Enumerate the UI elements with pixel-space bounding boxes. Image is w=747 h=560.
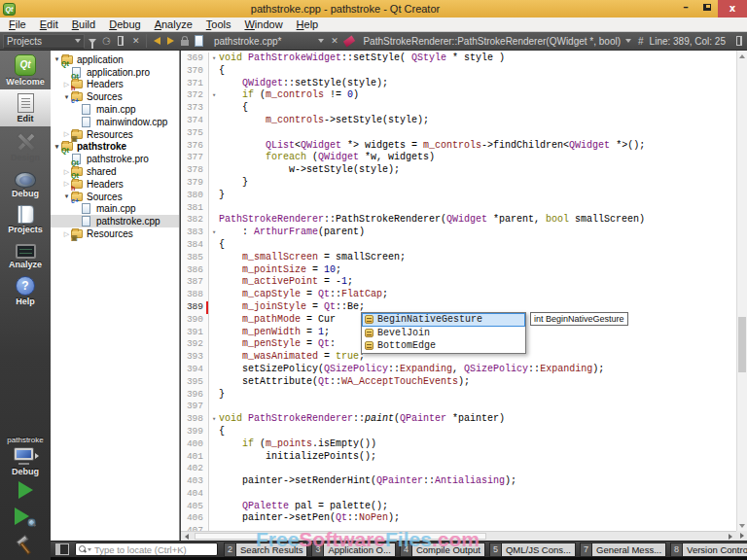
code-line-406[interactable]: 406 painter->setPen(Qt::NoPen); — [181, 512, 736, 525]
line-number[interactable]: 378 — [181, 164, 206, 177]
tree-expander-icon[interactable]: ▾ — [53, 55, 61, 63]
tree-expander-icon[interactable]: ▾ — [53, 143, 61, 151]
code-area[interactable]: 369▾void PathStrokeWidget::setStyle( QSt… — [181, 51, 736, 531]
menu-debug[interactable]: Debug — [102, 18, 147, 31]
code-line-369[interactable]: 369▾void PathStrokeWidget::setStyle( QSt… — [181, 52, 736, 65]
code-line-405[interactable]: 405 QPalette pal = palette(); — [181, 501, 736, 513]
line-number[interactable]: 397 — [181, 401, 206, 413]
tree-item-pathstroke-cpp[interactable]: pathstroke.cpp — [51, 215, 179, 228]
code-line-381[interactable]: 381 — [181, 202, 736, 215]
line-number[interactable]: 406 — [181, 512, 206, 525]
line-number[interactable]: 404 — [181, 488, 206, 501]
scroll-down-button[interactable] — [737, 520, 747, 531]
line-number[interactable]: 376 — [181, 140, 206, 153]
line-number[interactable]: 391 — [181, 327, 206, 339]
line-number[interactable]: 405 — [181, 501, 206, 513]
code-line-379[interactable]: 379 } — [181, 177, 736, 190]
mode-analyze[interactable]: Analyze — [0, 237, 51, 272]
completion-item-bottomedge[interactable]: BottomEdge — [362, 339, 525, 353]
line-number[interactable]: 403 — [181, 475, 206, 488]
line-number[interactable]: 390 — [181, 314, 206, 327]
line-number[interactable]: 398 — [181, 413, 206, 426]
code-line-403[interactable]: 403 painter->setRenderHint(QPainter::Ant… — [181, 475, 736, 488]
mode-projects[interactable]: Projects — [0, 201, 51, 237]
code-line-386[interactable]: 386 m_pointSize = 10; — [181, 264, 736, 277]
output-pane-search-results[interactable]: 2Search Results — [224, 542, 307, 557]
code-line-404[interactable]: 404 — [181, 488, 736, 501]
line-number[interactable]: 370 — [181, 65, 206, 78]
line-number[interactable]: 387 — [181, 276, 206, 289]
code-line-399[interactable]: 399{ — [181, 426, 736, 438]
tree-item-main-cpp[interactable]: main.cpp — [51, 103, 179, 116]
code-line-372[interactable]: 372▾ if (m_controls != 0) — [181, 89, 736, 102]
line-number[interactable]: 375 — [181, 127, 206, 140]
completion-item-beginnativegesture[interactable]: BeginNativeGesture — [362, 313, 525, 327]
menu-build[interactable]: Build — [65, 18, 102, 31]
code-line-402[interactable]: 402 — [181, 463, 736, 475]
output-pane-general-mess-[interactable]: 7General Mess... — [580, 542, 666, 557]
split-pane-button[interactable] — [113, 34, 128, 49]
close-pane-button[interactable]: ✕ — [128, 34, 143, 49]
debug-run-button[interactable] — [0, 504, 51, 531]
open-document-tab[interactable]: pathstroke.cpp* — [210, 34, 328, 49]
code-line-376[interactable]: 376 QList<QWidget *> widgets = m_control… — [181, 140, 736, 153]
scroll-right-button[interactable] — [725, 532, 736, 541]
code-editor[interactable]: 369▾void PathStrokeWidget::setStyle( QSt… — [181, 51, 747, 541]
tree-item-mainwindow-cpp[interactable]: mainwindow.cpp — [51, 116, 179, 128]
code-line-375[interactable]: 375 — [181, 127, 736, 140]
line-number[interactable]: 393 — [181, 351, 206, 364]
tree-item-pathstroke[interactable]: ▾Qtpathstroke — [51, 141, 179, 154]
build-button[interactable] — [0, 531, 51, 560]
locator-input[interactable] — [94, 544, 214, 555]
tree-expander-icon[interactable]: ▾ — [62, 93, 71, 101]
menu-window[interactable]: Window — [237, 18, 289, 31]
split-editor-button[interactable] — [731, 34, 747, 49]
fold-marker-icon[interactable]: ▾ — [209, 52, 219, 65]
line-number[interactable]: 379 — [181, 177, 206, 190]
line-number[interactable]: 389 — [181, 301, 206, 314]
tree-item-main-cpp[interactable]: main.cpp — [51, 203, 179, 216]
horizontal-scrollbar[interactable] — [181, 531, 736, 541]
go-back-button[interactable] — [150, 34, 164, 49]
line-number[interactable]: 373 — [181, 102, 206, 115]
vertical-scrollbar[interactable] — [736, 51, 747, 531]
close-button[interactable]: x — [718, 0, 747, 18]
code-line-373[interactable]: 373 { — [181, 102, 736, 115]
code-line-371[interactable]: 371 QWidget::setStyle(style); — [181, 78, 736, 90]
output-pane-compile-output[interactable]: 4Compile Output — [400, 542, 485, 557]
vertical-scroll-thumb[interactable] — [738, 317, 746, 372]
code-line-382[interactable]: 382PathStrokeRenderer::PathStrokeRendere… — [181, 214, 736, 227]
code-line-398[interactable]: 398▾void PathStrokeRenderer::paint(QPain… — [181, 413, 736, 426]
line-number[interactable]: 392 — [181, 338, 206, 351]
code-line-370[interactable]: 370{ — [181, 65, 736, 78]
code-line-394[interactable]: 394 setSizePolicy(QSizePolicy::Expanding… — [181, 364, 736, 376]
output-pane-application-o-[interactable]: 3Application O... — [311, 542, 395, 557]
code-line-374[interactable]: 374 m_controls->setStyle(style); — [181, 115, 736, 127]
navigation-pane-selector[interactable]: Projects — [3, 34, 85, 49]
tree-item-headers[interactable]: ▷hHeaders — [51, 178, 179, 191]
fold-marker-icon[interactable]: ▾ — [209, 227, 219, 239]
code-line-395[interactable]: 395 setAttribute(Qt::WA_AcceptTouchEvent… — [181, 376, 736, 389]
close-document-button[interactable]: ✕ — [328, 34, 342, 49]
mode-help[interactable]: ?Help — [0, 272, 51, 309]
mode-welcome[interactable]: QtWelcome — [0, 51, 51, 89]
line-number[interactable]: 385 — [181, 252, 206, 264]
go-forward-button[interactable] — [164, 34, 179, 49]
symbol-selector[interactable]: PathStrokeRenderer::PathStrokeRenderer(Q… — [360, 34, 634, 49]
run-button[interactable] — [0, 476, 51, 504]
tree-item-shared[interactable]: ▷Qtshared — [51, 165, 179, 178]
line-number[interactable]: 369 — [181, 52, 206, 65]
code-line-385[interactable]: 385 m_smallScreen = smallScreen; — [181, 252, 736, 264]
code-line-387[interactable]: 387 m_activePoint = -1; — [181, 276, 736, 289]
code-line-383[interactable]: 383▾ : ArthurFrame(parent) — [181, 227, 736, 239]
mode-debug[interactable]: Debug — [0, 165, 51, 201]
tree-item-resources[interactable]: ▷▣Resources — [51, 228, 179, 240]
tree-item-sources[interactable]: ▾c+Sources — [51, 191, 179, 203]
line-number[interactable]: 372 — [181, 89, 206, 102]
line-number[interactable]: 380 — [181, 190, 206, 202]
tree-expander-icon[interactable]: ▷ — [62, 130, 71, 138]
locator[interactable] — [75, 542, 218, 556]
kit-selector[interactable]: Debug — [0, 444, 51, 476]
code-line-377[interactable]: 377 foreach (QWidget *w, widgets) — [181, 152, 736, 164]
menu-tools[interactable]: Tools — [199, 18, 238, 31]
